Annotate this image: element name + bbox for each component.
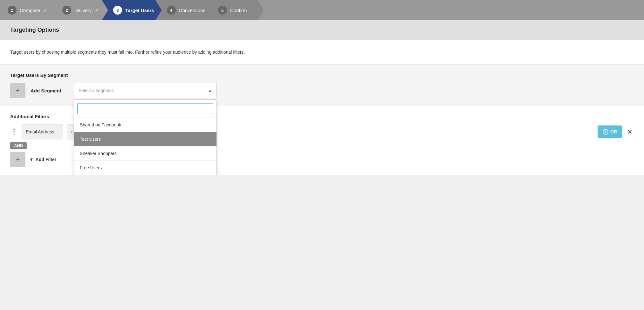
- filter-icon: ▼: [29, 157, 34, 162]
- drag-dot: [13, 129, 15, 130]
- remove-filter-icon: ✕: [627, 128, 633, 135]
- step-number-3: 3: [113, 6, 122, 15]
- or-plus-icon: +: [603, 129, 608, 135]
- dropdown-item-test-users[interactable]: Test Users: [74, 132, 216, 146]
- segment-select-button[interactable]: Select a segment... ▲: [74, 83, 217, 98]
- dropdown-item-free-users[interactable]: Free Users: [74, 161, 216, 175]
- wizard-bar: 1 Compose ✓ 2 Delivery ✓ 3 Target Users …: [0, 0, 644, 20]
- section-title: Targeting Options: [10, 27, 634, 33]
- filter-label-email: Email Address: [22, 124, 63, 139]
- wizard-step-compose[interactable]: 1 Compose ✓: [0, 0, 57, 20]
- add-segment-row: + Add Segment Select a segment... ▲ Shar…: [10, 83, 634, 98]
- step-label-confirm: Confirm: [230, 8, 247, 13]
- step-label-compose: Compose: [20, 8, 40, 13]
- wizard-step-delivery[interactable]: 2 Delivery ✓: [51, 0, 108, 20]
- add-filter-button[interactable]: +: [10, 152, 25, 167]
- segment-search-input[interactable]: [77, 103, 213, 114]
- drag-dot: [13, 131, 15, 132]
- wizard-step-confirm[interactable]: 5 Confirm: [207, 0, 264, 20]
- checkmark-compose: ✓: [43, 7, 47, 13]
- dropdown-search-container: [74, 100, 216, 118]
- segment-dropdown-panel: Shared on Facebook Test Users Sneaker Sh…: [74, 99, 217, 175]
- add-segment-button[interactable]: +: [10, 83, 25, 98]
- wizard-step-target-users[interactable]: 3 Target Users: [102, 0, 162, 20]
- step-label-conversions: Conversions: [179, 8, 205, 13]
- add-filter-label: ▼ Add Filter: [29, 152, 56, 167]
- dropdown-item-sneaker-shoppers[interactable]: Sneaker Shoppers: [74, 146, 216, 161]
- segment-section: Target Users By Segment + Add Segment Se…: [0, 65, 644, 106]
- drag-dot: [13, 133, 15, 135]
- step-number-2: 2: [62, 6, 71, 15]
- or-button-label: OR: [610, 129, 617, 134]
- wizard-step-conversions[interactable]: 4 Conversions: [155, 0, 213, 20]
- drag-dots-group: [13, 129, 15, 135]
- step-label-target-users: Target Users: [125, 8, 154, 13]
- step-number-1: 1: [8, 6, 17, 15]
- and-badge: AND: [10, 142, 27, 149]
- segment-dropdown-container: Select a segment... ▲ Shared on Facebook…: [74, 83, 217, 98]
- add-filter-plus-icon: +: [16, 155, 20, 164]
- description-text: Target users by choosing multiple segmen…: [10, 49, 634, 56]
- step-number-4: 4: [167, 6, 176, 15]
- dropdown-arrow-icon: ▲: [208, 88, 212, 93]
- add-segment-label: Add Segment: [31, 83, 69, 98]
- add-segment-plus-icon: +: [16, 86, 20, 95]
- section-header: Targeting Options: [0, 20, 644, 40]
- dropdown-list: Shared on Facebook Test Users Sneaker Sh…: [74, 118, 216, 175]
- step-number-5: 5: [218, 6, 227, 15]
- dropdown-item-shared-facebook[interactable]: Shared on Facebook: [74, 118, 216, 132]
- remove-filter-button[interactable]: ✕: [626, 128, 634, 136]
- segment-section-title: Target Users By Segment: [10, 72, 634, 78]
- checkmark-delivery: ✓: [95, 7, 99, 13]
- segment-select-placeholder: Select a segment...: [79, 88, 117, 93]
- drag-handle[interactable]: [10, 124, 18, 139]
- description-section: Target users by choosing multiple segmen…: [0, 40, 644, 65]
- or-button[interactable]: + OR: [598, 125, 622, 138]
- step-label-delivery: Delivery: [74, 8, 92, 13]
- main-content: Targeting Options Target users by choosi…: [0, 20, 644, 175]
